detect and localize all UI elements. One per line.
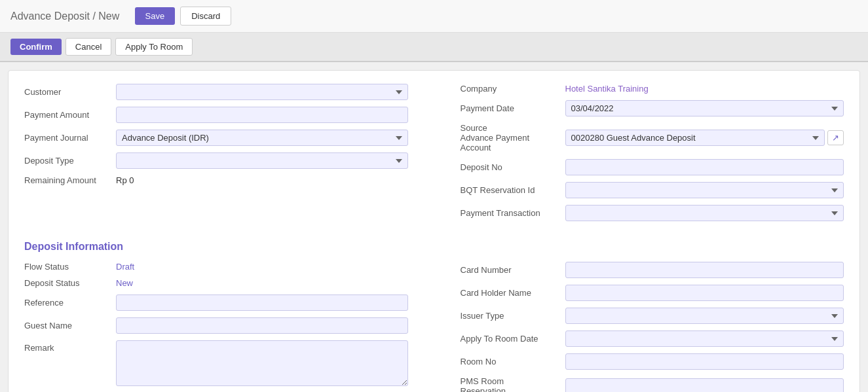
payment-date-label: Payment Date <box>461 103 565 113</box>
deposit-status-text: New <box>116 278 133 288</box>
customer-label: Customer <box>24 87 116 97</box>
deposit-status-label: Deposit Status <box>24 278 116 288</box>
pms-room-reservation-label: PMS RoomReservation <box>461 376 565 392</box>
room-no-field-wrapper <box>565 353 844 370</box>
main-form-grid: Customer Payment Amount Rp0 Payment Jour… <box>24 84 844 228</box>
payment-journal-select[interactable]: Advance Deposit (IDR) <box>116 130 408 146</box>
deposit-type-select[interactable] <box>116 152 408 169</box>
payment-amount-field-wrapper: Rp0 <box>116 107 408 123</box>
deposit-no-row: Deposit No <box>461 159 844 175</box>
payment-amount-row: Payment Amount Rp0 <box>24 107 408 123</box>
issuer-type-field-wrapper <box>565 308 844 324</box>
source-account-field-wrapper: 0020280 Guest Advance Deposit ↗ <box>565 130 844 146</box>
discard-button[interactable]: Discard <box>180 7 231 26</box>
remaining-amount-label: Remaining Amount <box>24 175 116 185</box>
pms-room-reservation-row: PMS RoomReservation <box>461 376 844 392</box>
card-number-label: Card Number <box>461 265 565 275</box>
bqt-reservation-id-field-wrapper <box>565 182 844 198</box>
bqt-reservation-id-row: BQT Reservation Id <box>461 182 844 198</box>
external-link-button[interactable]: ↗ <box>827 130 844 145</box>
form-left-section: Customer Payment Amount Rp0 Payment Jour… <box>24 84 421 228</box>
company-value-wrapper: Hotel Santika Training <box>565 84 844 94</box>
card-number-row: Card Number <box>461 262 844 278</box>
flow-status-text: Draft <box>116 262 134 272</box>
pms-room-reservation-field-wrapper <box>565 378 844 393</box>
company-link[interactable]: Hotel Santika Training <box>565 84 649 94</box>
deposit-type-field-wrapper <box>116 152 408 169</box>
guest-name-label: Guest Name <box>24 321 116 330</box>
payment-date-select[interactable]: 03/04/2022 <box>565 100 844 116</box>
flow-status-value-wrapper: Draft <box>116 262 408 272</box>
deposit-status-value-wrapper: New <box>116 278 408 288</box>
company-row: Company Hotel Santika Training <box>461 84 844 94</box>
remark-row: Remark <box>24 340 408 388</box>
room-no-label: Room No <box>461 357 565 366</box>
customer-select[interactable] <box>116 84 408 100</box>
confirm-button[interactable]: Confirm <box>10 39 62 55</box>
cancel-button[interactable]: Cancel <box>66 38 111 56</box>
source-account-select[interactable]: 0020280 Guest Advance Deposit <box>565 130 825 146</box>
reference-row: Reference <box>24 294 408 311</box>
deposit-status-row: Deposit Status New <box>24 278 408 288</box>
card-holder-name-row: Card Holder Name <box>461 285 844 301</box>
deposit-type-label: Deposit Type <box>24 156 116 166</box>
card-number-input[interactable] <box>565 262 844 278</box>
payment-transaction-row: Payment Transaction <box>461 205 844 221</box>
apply-to-room-date-label: Apply To Room Date <box>461 334 565 344</box>
reference-field-wrapper <box>116 294 408 311</box>
save-button[interactable]: Save <box>135 7 176 25</box>
company-label: Company <box>461 84 565 94</box>
apply-to-room-date-field-wrapper <box>565 330 844 347</box>
flow-status-row: Flow Status Draft <box>24 262 408 272</box>
payment-journal-field-wrapper: Advance Deposit (IDR) <box>116 130 408 146</box>
apply-to-room-date-select[interactable] <box>565 330 844 347</box>
deposit-type-row: Deposit Type <box>24 152 408 169</box>
form-right-section: Company Hotel Santika Training Payment D… <box>447 84 844 228</box>
remaining-amount-value: Rp 0 <box>116 175 408 185</box>
breadcrumb-main: Advance Deposit <box>10 10 90 22</box>
reference-label: Reference <box>24 298 116 308</box>
issuer-type-row: Issuer Type <box>461 308 844 324</box>
remaining-amount-text: Rp 0 <box>116 173 134 188</box>
issuer-type-select[interactable] <box>565 308 844 324</box>
room-no-row: Room No <box>461 353 844 370</box>
guest-name-row: Guest Name <box>24 317 408 334</box>
deposit-info-heading: Deposit Information <box>24 241 844 253</box>
payment-transaction-label: Payment Transaction <box>461 208 565 218</box>
guest-name-input[interactable] <box>116 317 408 334</box>
reference-input[interactable] <box>116 294 408 311</box>
card-number-field-wrapper <box>565 262 844 278</box>
remark-textarea[interactable] <box>116 340 408 386</box>
payment-transaction-field-wrapper <box>565 205 844 221</box>
breadcrumb: Advance Deposit / New <box>10 10 119 22</box>
apply-to-room-button[interactable]: Apply To Room <box>115 38 193 56</box>
payment-journal-label: Payment Journal <box>24 133 116 143</box>
main-form: Customer Payment Amount Rp0 Payment Jour… <box>8 70 860 392</box>
guest-name-field-wrapper <box>116 317 408 334</box>
remark-label: Remark <box>24 340 116 353</box>
card-holder-name-field-wrapper <box>565 285 844 301</box>
deposit-no-field-wrapper <box>565 159 844 175</box>
source-advance-payment-account-row: SourceAdvance PaymentAccount 0020280 Gue… <box>461 123 844 152</box>
bqt-reservation-id-select[interactable] <box>565 182 844 198</box>
deposit-no-label: Deposit No <box>461 162 565 172</box>
pms-room-reservation-input[interactable] <box>565 378 844 393</box>
room-no-input[interactable] <box>565 353 844 370</box>
payment-date-row: Payment Date 03/04/2022 <box>461 100 844 116</box>
payment-journal-row: Payment Journal Advance Deposit (IDR) <box>24 130 408 146</box>
deposit-info-right: Card Number Card Holder Name Issuer Type <box>447 262 844 392</box>
card-holder-name-label: Card Holder Name <box>461 288 565 298</box>
payment-amount-input[interactable]: Rp0 <box>116 107 408 123</box>
apply-to-room-date-row: Apply To Room Date <box>461 330 844 347</box>
bqt-reservation-id-label: BQT Reservation Id <box>461 185 565 195</box>
top-bar: Advance Deposit / New Save Discard <box>0 0 868 33</box>
customer-row: Customer <box>24 84 408 100</box>
breadcrumb-sep: / <box>90 10 98 22</box>
breadcrumb-sub: New <box>98 10 119 22</box>
remark-field-wrapper <box>116 340 408 388</box>
card-holder-name-input[interactable] <box>565 285 844 301</box>
flow-status-label: Flow Status <box>24 262 116 272</box>
payment-transaction-select[interactable] <box>565 205 844 221</box>
deposit-no-input[interactable] <box>565 159 844 175</box>
remaining-amount-row: Remaining Amount Rp 0 <box>24 175 408 185</box>
